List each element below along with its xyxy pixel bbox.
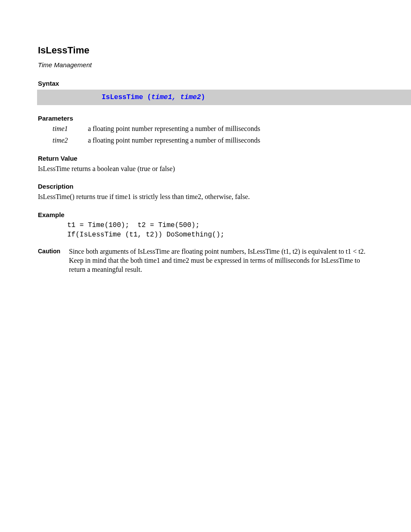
caution-label: Caution xyxy=(38,247,69,274)
parameter-description: a floating point number representing a n… xyxy=(88,124,372,134)
syntax-close-paren: ) xyxy=(201,93,205,101)
example-code: t1 = Time(100); t2 = Time(500); If(IsLes… xyxy=(0,221,411,240)
caution-text: Since both arguments of IsLessTime are f… xyxy=(69,247,372,274)
parameter-row: time2 a floating point number representi… xyxy=(0,136,411,145)
syntax-heading: Syntax xyxy=(0,80,411,87)
syntax-params: time1, time2 xyxy=(151,93,201,101)
parameter-name: time1 xyxy=(53,124,88,134)
return-value-heading: Return Value xyxy=(0,155,411,162)
parameter-row: time1 a floating point number representi… xyxy=(0,124,411,134)
function-title: IsLessTime xyxy=(0,45,411,56)
parameter-description: a floating point number representing a n… xyxy=(88,136,372,145)
parameters-heading: Parameters xyxy=(0,115,411,122)
description-text: IsLessTime() returns true if time1 is st… xyxy=(0,193,411,202)
return-value-text: IsLessTime returns a boolean value (true… xyxy=(0,165,411,174)
document-page: IsLessTime Time Management Syntax IsLess… xyxy=(0,0,411,532)
parameter-name: time2 xyxy=(53,136,88,145)
caution-block: Caution Since both arguments of IsLessTi… xyxy=(0,247,411,274)
syntax-fn-name: IsLessTime ( xyxy=(102,93,151,101)
syntax-signature: IsLessTime (time1, time2) xyxy=(0,90,411,105)
example-heading: Example xyxy=(0,211,411,218)
description-heading: Description xyxy=(0,183,411,190)
category-subtitle: Time Management xyxy=(0,61,411,68)
